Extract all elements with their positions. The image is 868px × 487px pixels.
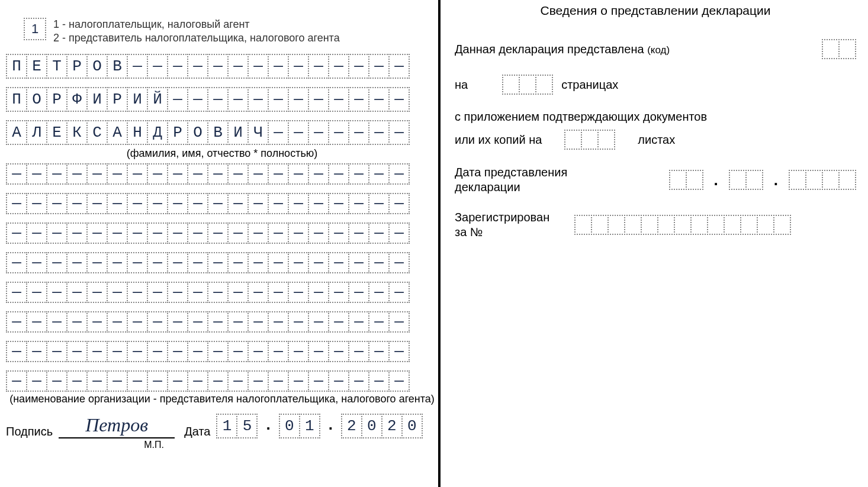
cell[interactable]: — [388,193,410,214]
reg-cells[interactable] [574,215,791,235]
cell[interactable]: — [328,282,349,303]
cell[interactable]: 1 [299,414,320,438]
cell[interactable]: — [46,282,67,303]
cell[interactable]: — [107,252,128,273]
cell[interactable]: — [227,370,249,392]
cell[interactable]: — [147,252,168,273]
cell[interactable]: — [388,163,410,185]
cell[interactable]: О [26,87,47,112]
patronymic-row[interactable]: АЛЕКСАНДРОВИЧ——————— [6,120,438,145]
cell[interactable]: — [308,222,329,244]
cell[interactable]: — [66,252,88,273]
cell[interactable] [773,215,791,235]
cell[interactable]: — [328,311,349,333]
cell[interactable] [624,215,642,235]
cell[interactable] [724,215,741,235]
cell[interactable]: — [86,341,108,362]
cell[interactable]: — [348,311,369,333]
cell[interactable]: — [288,87,309,112]
cell[interactable]: — [187,311,208,333]
cell[interactable] [657,215,675,235]
cell[interactable]: — [288,54,309,79]
present-yyyy[interactable] [789,170,856,190]
cell[interactable]: — [207,193,229,214]
cell[interactable]: — [187,54,208,79]
cell[interactable] [535,75,553,95]
cell[interactable]: — [187,87,208,112]
cell[interactable]: Р [66,54,88,79]
cell[interactable]: — [288,222,309,244]
cell[interactable]: И [127,87,148,112]
surname-row[interactable]: ПЕТРОВ—————————————— [6,54,438,79]
cell[interactable]: — [6,222,27,244]
cell[interactable]: — [6,252,27,273]
cell[interactable]: — [6,193,27,214]
cell[interactable]: В [207,120,229,145]
cell[interactable]: — [328,87,349,112]
cell[interactable] [838,39,856,59]
cell[interactable]: 2 [381,414,403,438]
cell[interactable]: — [268,120,289,145]
cell[interactable]: Н [127,120,148,145]
cell[interactable]: — [86,252,108,273]
cell[interactable]: — [6,341,27,362]
cell[interactable] [729,170,747,190]
cell[interactable]: — [187,163,208,185]
cell[interactable]: — [268,87,289,112]
cell[interactable]: — [348,120,369,145]
cell[interactable]: — [348,87,369,112]
cell[interactable]: — [268,54,289,79]
cell[interactable]: — [187,370,208,392]
cell[interactable] [822,39,840,59]
cell[interactable]: — [26,311,47,333]
org-row[interactable]: ———————————————————— [6,311,438,333]
cell[interactable]: — [247,341,269,362]
cell[interactable]: — [167,193,188,214]
cell[interactable]: 2 [341,414,362,438]
cell[interactable]: — [308,311,329,333]
cell[interactable]: — [308,120,329,145]
cell[interactable]: — [46,222,67,244]
cell[interactable]: — [308,370,329,392]
cell[interactable]: — [348,222,369,244]
cell[interactable]: — [147,222,168,244]
cell[interactable]: — [368,282,390,303]
cell[interactable]: — [147,282,168,303]
cell[interactable]: С [86,120,108,145]
cell[interactable] [502,75,520,95]
org-row[interactable]: ———————————————————— [6,370,438,392]
cell[interactable]: — [66,222,88,244]
cell[interactable]: — [247,282,269,303]
cell[interactable]: — [308,252,329,273]
cell[interactable]: — [247,54,269,79]
cell[interactable]: — [127,163,148,185]
cell[interactable]: — [288,311,309,333]
cell[interactable]: Е [26,54,47,79]
cell[interactable]: В [107,54,128,79]
cell[interactable]: Р [167,120,188,145]
cell[interactable] [690,215,708,235]
cell[interactable]: 0 [401,414,423,438]
cell[interactable]: — [288,193,309,214]
cell[interactable]: — [247,163,269,185]
cell[interactable]: — [348,370,369,392]
cell[interactable]: — [368,163,390,185]
cell[interactable]: О [187,120,208,145]
cell[interactable]: — [167,341,188,362]
cell[interactable]: — [348,252,369,273]
cell[interactable]: — [288,163,309,185]
org-row[interactable]: ———————————————————— [6,193,438,214]
cell[interactable]: — [86,282,108,303]
cell[interactable]: — [227,341,249,362]
cell[interactable]: — [107,193,128,214]
cell[interactable]: Л [26,120,47,145]
cell[interactable]: — [207,87,229,112]
cell[interactable]: 0 [279,414,300,438]
cell[interactable]: — [388,222,410,244]
cell[interactable]: — [227,222,249,244]
cell[interactable]: — [328,222,349,244]
pages-cells[interactable] [502,75,553,95]
cell[interactable]: — [46,370,67,392]
cell[interactable]: — [147,54,168,79]
signer-type-code-cell[interactable]: 1 [24,18,46,40]
